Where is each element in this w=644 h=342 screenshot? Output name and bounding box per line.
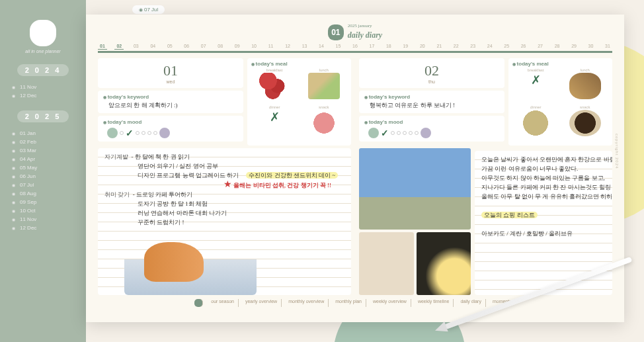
mood-card: today's mood ✓ [98,116,243,142]
meal-lunch-img [308,73,340,99]
date-tab[interactable]: 26 [519,43,528,50]
top-date-tag: 07 Jul [132,5,165,14]
meal-card: today's meal breakfast lunch dinner✗ sna… [247,58,351,146]
meal-dinner-img [520,110,551,136]
cat-sticker [124,235,257,295]
date-card: 02 thu [359,58,504,88]
date-tab[interactable]: 20 [418,43,427,50]
mood-card: today's mood ✓ [359,116,504,142]
sidebar: all in one planner 2 0 2 411 Nov12 Dec2 … [0,0,86,342]
planner-page: copyright 2024 01 2025 january daily dia… [86,15,624,322]
date-tab[interactable]: 16 [350,43,360,50]
date-tab[interactable]: 14 [317,43,326,50]
date-tab[interactable]: 28 [553,43,562,50]
meal-card: today's meal breakfast✗ lunch dinner sna… [508,58,612,146]
page-header: 01 2025 january daily diary [98,24,612,40]
footer-link[interactable]: weekly overview [369,299,411,307]
date-tab[interactable]: 24 [485,43,495,50]
date-tab[interactable]: 08 [216,43,225,50]
x-icon: ✗ [270,110,280,124]
sidebar-month-item[interactable]: 10 Oct [12,206,74,215]
day-page-01: 01 wed today's keyword 앞으로의 한 해 계획하기 :) … [98,58,351,295]
meal-snack-img [569,110,601,136]
date-tab[interactable]: 09 [233,43,242,50]
sidebar-month-item[interactable]: 08 Aug [12,189,74,198]
footer-link[interactable]: our season [207,299,239,307]
date-tab[interactable]: 23 [468,43,477,50]
sidebar-month-item[interactable]: 11 Nov [12,215,74,224]
date-tab[interactable]: 02 [114,43,124,50]
meal-snack-img [308,110,340,136]
footer-logo-icon [194,299,203,307]
keyword-card: today's keyword 행복하고 여유로운 하루 보내기 ! [359,91,504,113]
date-card: 01 wed [98,58,243,88]
day-page-02: 02 thu today's keyword 행복하고 여유로운 하루 보내기 … [359,58,612,295]
photo-lamp [417,232,471,295]
sidebar-month-item[interactable]: 06 Jun [12,172,74,181]
mood-sad-icon[interactable] [421,128,431,138]
sidebar-month-item[interactable]: 02 Feb [12,138,74,146]
date-tab[interactable]: 01 [98,43,107,50]
date-tab[interactable]: 17 [368,43,377,50]
date-tab[interactable]: 30 [586,43,596,50]
year-pill[interactable]: 2 0 2 4 [17,64,69,76]
mood-happy-icon[interactable] [107,128,118,138]
logo [30,20,56,46]
date-tab[interactable]: 10 [249,43,259,50]
year-pill[interactable]: 2 0 2 5 [17,110,69,122]
header-month-num: 01 [328,24,344,40]
mood-happy-icon[interactable] [368,128,379,138]
x-icon: ✗ [531,73,541,87]
header-title: daily diary [348,30,382,40]
footer-nav: our seasonyearly overviewmonthly overvie… [98,299,612,307]
date-tab[interactable]: 03 [132,43,141,50]
footer-link[interactable]: weekly timeline [414,299,454,307]
photo-sky [359,148,471,230]
header-sub: 2025 january [348,24,382,28]
mood-check-icon: ✓ [126,128,134,138]
sidebar-month-item[interactable]: 03 Mar [12,146,74,155]
logo-label: all in one planner [0,49,86,54]
sidebar-month-item[interactable]: 12 Dec [12,91,74,100]
date-tab[interactable]: 21 [434,43,444,50]
sidebar-month-item[interactable]: 11 Nov [12,83,74,91]
meal-breakfast-img [259,73,290,99]
date-tab[interactable]: 31 [603,43,612,50]
date-selector-row: 0102030405060708091011121314151617181920… [98,43,612,53]
date-tab[interactable]: 15 [334,43,343,50]
mood-sad-icon[interactable] [159,128,170,138]
mood-check-icon: ✓ [381,128,389,138]
sidebar-month-item[interactable]: 01 Jan [12,129,74,138]
notes-area[interactable]: 자기계발 - 한 달에 책 한 권 읽기 영단어 외우기 / 실전 영어 공부 … [98,148,351,295]
footer-link[interactable]: daily diary [456,299,486,307]
footer-link[interactable]: monthly overview [284,299,329,307]
date-tab[interactable]: 29 [569,43,579,50]
date-tab[interactable]: 25 [502,43,511,50]
star-icon: ★ [223,179,232,189]
date-tab[interactable]: 19 [401,43,410,50]
keyword-card: today's keyword 앞으로의 한 해 계획하기 :) [98,91,243,113]
photo-wall [359,232,414,295]
sidebar-month-item[interactable]: 07 Jul [12,181,74,189]
date-tab[interactable]: 13 [300,43,309,50]
footer-link[interactable]: yearly overview [241,299,282,307]
date-tab[interactable]: 12 [283,43,292,50]
date-tab[interactable]: 05 [165,43,175,50]
meal-lunch-img [569,73,601,99]
date-tab[interactable]: 22 [452,43,461,50]
copyright: copyright 2024 [615,134,619,169]
sidebar-month-item[interactable]: 04 Apr [12,155,74,163]
date-tab[interactable]: 04 [148,43,157,50]
date-tab[interactable]: 18 [384,43,393,50]
footer-link[interactable]: monthly plan [331,299,366,307]
sidebar-month-item[interactable]: 12 Dec [12,224,74,232]
date-tab[interactable]: 07 [199,43,208,50]
sidebar-month-item[interactable]: 05 May [12,163,74,172]
date-tab[interactable]: 06 [182,43,191,50]
sidebar-month-item[interactable]: 09 Sep [12,198,74,206]
date-tab[interactable]: 11 [266,43,276,50]
date-tab[interactable]: 27 [536,43,545,50]
